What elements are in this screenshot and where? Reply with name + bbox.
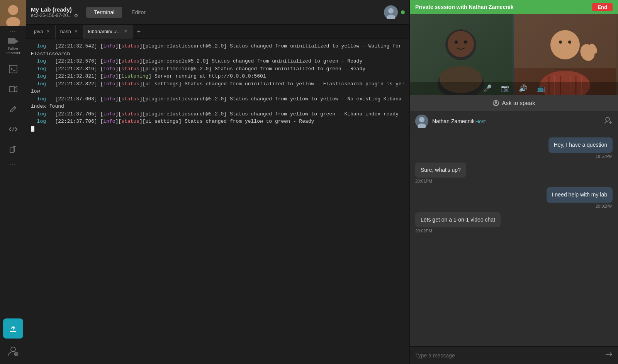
main-content: My Lab (ready) ec2-35-156-97-20... ⚙ Ter…	[26, 0, 409, 364]
editor-tab-button[interactable]: Editor	[124, 7, 153, 18]
svg-rect-44	[495, 101, 497, 104]
svg-point-40	[568, 41, 571, 44]
right-panel: Private session with Nathan Zamecnik End	[409, 0, 618, 364]
message-3: I need help with my lab 20:02PM	[415, 187, 613, 208]
add-tab-button[interactable]: +	[133, 28, 144, 35]
user-avatar[interactable]	[0, 0, 26, 26]
message-text-2: Sure, what's up?	[421, 167, 461, 173]
send-icon[interactable]	[605, 350, 613, 360]
sidebar-code-button[interactable]	[2, 120, 25, 139]
terminal-tab-button[interactable]: Terminal	[86, 7, 122, 18]
tab-java-label: java	[34, 29, 43, 34]
chat-input[interactable]	[415, 352, 601, 359]
tab-java-close[interactable]: ✕	[46, 29, 51, 34]
tab-bash-close[interactable]: ✕	[73, 29, 78, 34]
svg-point-1	[8, 5, 18, 15]
ask-to-speak-button[interactable]: Ask to speak	[410, 95, 618, 111]
tab-kibana-label: kibana/bin/../...	[88, 29, 121, 34]
topbar: My Lab (ready) ec2-35-156-97-20... ⚙ Ter…	[26, 0, 409, 25]
svg-rect-10	[10, 148, 14, 152]
message-bubble-1: Hey, I have a question	[548, 137, 613, 153]
sidebar-share-button[interactable]	[2, 140, 25, 159]
speaker-icon[interactable]: 🔊	[519, 84, 527, 93]
participant-avatar	[415, 115, 428, 128]
svg-point-23	[448, 31, 474, 57]
svg-point-49	[606, 117, 610, 121]
message-time-4: 20:02PM	[415, 229, 432, 233]
sidebar-video-button[interactable]	[2, 80, 25, 98]
svg-point-25	[455, 41, 458, 44]
svg-rect-5	[9, 65, 17, 73]
terminal-line-5: log [22:21:32.822] [info][status][ui set…	[31, 80, 405, 95]
svg-point-18	[388, 8, 394, 14]
message-time-2: 20:01PM	[415, 179, 432, 183]
svg-line-12	[15, 146, 16, 147]
svg-rect-7	[9, 86, 15, 92]
chat-participant: Nathan Zamecnik Host	[410, 111, 618, 132]
video-area: 🎤 📷 🔊 📺	[410, 14, 618, 95]
tab-bash[interactable]: bash ✕	[56, 25, 83, 39]
sidebar-bottom: ?	[3, 316, 23, 364]
online-indicator	[401, 10, 405, 14]
svg-line-9	[12, 127, 14, 131]
message-time-3: 20:02PM	[596, 204, 613, 208]
video-controls: 🎤 📷 🔊 📺	[410, 82, 618, 95]
terminal-cursor-line	[31, 125, 405, 133]
terminal-line-7: log [22:21:37.705] [info][status][plugin…	[31, 110, 405, 118]
lab-subtitle: ec2-35-156-97-20... ⚙	[31, 13, 78, 19]
tab-buttons: Terminal Editor	[86, 7, 153, 18]
tab-kibana-close[interactable]: ✕	[123, 29, 128, 34]
topbar-avatar	[384, 5, 398, 19]
lab-title: My Lab (ready)	[31, 6, 78, 13]
chat-messages: Hey, I have a question 19:57PM Sure, wha…	[410, 132, 618, 346]
upload-button[interactable]	[3, 318, 23, 339]
camera-icon[interactable]: 📷	[501, 84, 509, 93]
message-text-3: I need help with my lab	[552, 191, 607, 198]
participant-name: Nathan Zamecnik	[432, 118, 475, 124]
svg-point-39	[559, 41, 562, 44]
svg-line-8	[14, 107, 15, 108]
svg-point-38	[553, 32, 577, 56]
message-bubble-2: Sure, what's up?	[415, 163, 466, 178]
svg-point-14	[11, 347, 15, 352]
user-button[interactable]: ?	[3, 341, 23, 361]
sidebar-terminal-button[interactable]	[2, 60, 25, 78]
svg-point-47	[419, 117, 424, 122]
follow-presenter-label: Follow presenter	[3, 47, 23, 55]
terminal-line-1: log [22:21:32.542] [info][status][plugin…	[31, 42, 405, 58]
tab-kibana[interactable]: kibana/bin/../... ✕	[83, 25, 133, 39]
message-4: Lets get on a 1-on-1 video chat 20:02PM	[415, 212, 613, 234]
screen-share-icon[interactable]: 📺	[537, 84, 545, 93]
tab-java[interactable]: java ✕	[29, 25, 56, 39]
message-bubble-4: Lets get on a 1-on-1 video chat	[415, 212, 501, 228]
svg-rect-3	[8, 38, 15, 44]
avatar-image	[0, 0, 26, 26]
lab-ip: ec2-35-156-97-20...	[31, 13, 71, 18]
sidebar-dots-bottom: ···	[10, 163, 15, 167]
message-bubble-3: I need help with my lab	[547, 187, 613, 203]
svg-text:?: ?	[15, 353, 17, 356]
follow-presenter-button[interactable]: Follow presenter	[2, 35, 25, 58]
lab-info: My Lab (ready) ec2-35-156-97-20... ⚙	[31, 6, 78, 19]
topbar-right	[384, 5, 405, 19]
terminal-line-6: log [22:21:37.603] [info][status][plugin…	[31, 95, 405, 110]
sidebar-edit-button[interactable]	[2, 100, 25, 119]
terminal-tabs-bar: java ✕ bash ✕ kibana/bin/../... ✕ +	[26, 25, 409, 39]
terminal-line-3: log [22:21:32.816] [info][status][plugin…	[31, 65, 405, 73]
svg-marker-4	[15, 39, 19, 43]
message-2: Sure, what's up? 20:01PM	[415, 163, 613, 184]
end-session-button[interactable]: End	[592, 3, 613, 11]
participant-add-icon[interactable]	[604, 116, 613, 127]
message-text-1: Hey, I have a question	[554, 142, 607, 148]
message-text-4: Lets get on a 1-on-1 video chat	[421, 217, 495, 223]
private-session-header: Private session with Nathan Zamecnik End	[410, 0, 618, 14]
svg-point-26	[464, 41, 467, 44]
gear-icon[interactable]: ⚙	[74, 13, 78, 19]
terminal-body[interactable]: log [22:21:32.542] [info][status][plugin…	[26, 39, 409, 364]
ask-to-speak-label: Ask to speak	[502, 100, 535, 106]
message-time-1: 19:57PM	[596, 154, 613, 159]
host-badge: Host	[475, 119, 486, 124]
microphone-icon[interactable]: 🎤	[483, 84, 492, 93]
tab-bash-label: bash	[60, 29, 71, 34]
private-session-title: Private session with Nathan Zamecnik	[415, 4, 592, 10]
